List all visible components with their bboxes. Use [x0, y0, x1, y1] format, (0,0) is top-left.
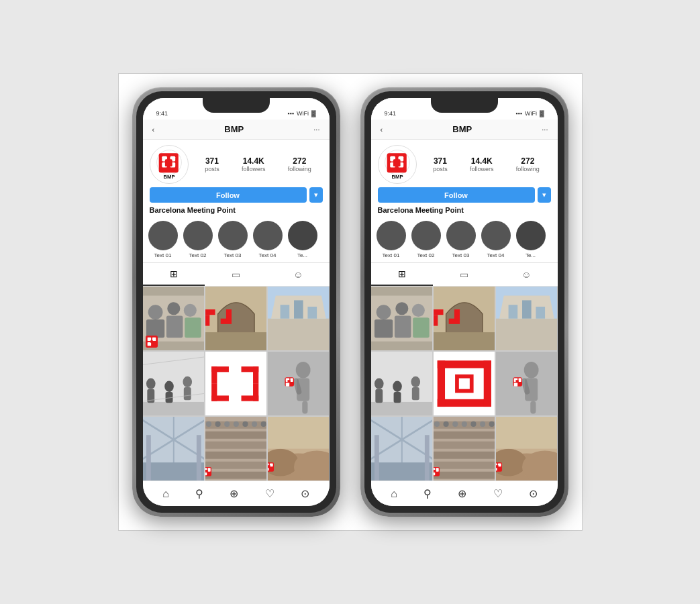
- tab-tagged-right[interactable]: ☺: [495, 263, 558, 286]
- grid-cell-6-left[interactable]: [268, 352, 330, 415]
- avatar-left: BMP: [150, 145, 189, 184]
- menu-icon-right[interactable]: ···: [542, 125, 548, 134]
- svg-point-11: [167, 302, 180, 315]
- phone-shell-left: 9:41 ▪▪▪ WiFi ▓ ‹ BMP ···: [132, 87, 340, 517]
- svg-rect-20: [150, 341, 153, 344]
- svg-rect-163: [434, 461, 495, 468]
- highlight-4-right[interactable]: Text 04: [481, 221, 511, 258]
- search-icon-left[interactable]: ⚲: [195, 487, 203, 500]
- highlight-2-left[interactable]: Text 02: [183, 221, 213, 258]
- svg-rect-50: [253, 383, 258, 401]
- search-icon-right[interactable]: ⚲: [423, 487, 432, 500]
- highlight-circle-5-left: [288, 221, 317, 250]
- svg-rect-185: [496, 467, 497, 470]
- phone-screen-right: 9:41 ▪▪▪ WiFi ▓ ‹ BMP ···: [371, 98, 558, 506]
- follow-dropdown-right[interactable]: ▾: [538, 187, 551, 203]
- highlight-3-left[interactable]: Text 03: [218, 221, 248, 258]
- single-icon-left: ▭: [232, 269, 240, 280]
- highlight-5-left[interactable]: Te...: [288, 221, 317, 258]
- svg-rect-145: [530, 401, 536, 413]
- svg-point-77: [224, 421, 230, 426]
- grid-cell-5-right[interactable]: [434, 352, 495, 415]
- grid-cell-7-left[interactable]: [143, 417, 205, 481]
- svg-rect-73: [205, 461, 267, 468]
- svg-rect-103: [393, 159, 400, 166]
- tab-tagged-left[interactable]: ☺: [267, 263, 330, 286]
- highlight-1-left[interactable]: Text 01: [148, 221, 178, 258]
- highlight-3-right[interactable]: Text 03: [446, 221, 476, 258]
- grid-cell-2-left[interactable]: [205, 287, 267, 350]
- stat-followers-right: 14.4K followers: [470, 156, 494, 172]
- tab-bar-right: ⊞ ▭ ☺: [371, 263, 558, 287]
- profile-icon-left[interactable]: ⊙: [301, 487, 309, 500]
- heart-icon-left[interactable]: ♡: [265, 487, 274, 500]
- highlight-1-right[interactable]: Text 01: [377, 221, 406, 258]
- big-logo-left: [208, 355, 264, 413]
- grid-cell-7-right[interactable]: [371, 417, 433, 481]
- svg-rect-58: [290, 378, 293, 381]
- follow-dropdown-left[interactable]: ▾: [309, 187, 323, 203]
- svg-rect-95: [268, 467, 269, 470]
- tab-grid-right[interactable]: ⊞: [371, 263, 434, 286]
- nav-title-right: BMP: [452, 124, 472, 134]
- grid-cell-2-right[interactable]: [434, 287, 495, 350]
- svg-point-165: [434, 421, 440, 426]
- phone-inner-left: 9:41 ▪▪▪ WiFi ▓ ‹ BMP ···: [136, 91, 336, 513]
- tab-single-right[interactable]: ▭: [433, 263, 495, 286]
- tab-single-left[interactable]: ▭: [205, 263, 267, 286]
- grid-cell-9-right[interactable]: [496, 417, 558, 481]
- grid-cell-8-left[interactable]: [205, 417, 267, 481]
- back-icon-right[interactable]: ‹: [381, 125, 383, 134]
- follow-button-left[interactable]: Follow: [150, 187, 307, 203]
- svg-rect-74: [205, 471, 267, 479]
- grid-cell-5-left[interactable]: [205, 352, 267, 415]
- highlight-circle-3-left: [218, 221, 248, 250]
- grid-cell-4-left[interactable]: [143, 352, 205, 415]
- profile-name-right: Barcelona Meeting Point: [378, 206, 551, 214]
- notch-left: [203, 98, 270, 113]
- highlight-circle-2-right: [411, 221, 441, 250]
- grid-cell-1-right[interactable]: [371, 287, 433, 350]
- svg-rect-112: [413, 317, 430, 338]
- svg-rect-72: [205, 451, 267, 458]
- stat-posts-left: 371 posts: [205, 156, 219, 172]
- highlight-4-left[interactable]: Text 04: [253, 221, 283, 258]
- tab-grid-left[interactable]: ⊞: [143, 263, 205, 286]
- follow-button-right[interactable]: Follow: [378, 187, 535, 203]
- svg-point-52: [296, 362, 311, 379]
- grid-cell-9-left[interactable]: [268, 417, 330, 481]
- grid-cell-4-right[interactable]: [371, 352, 433, 415]
- grid-cell-8-right[interactable]: [434, 417, 495, 481]
- grid-cell-1-left[interactable]: [143, 287, 205, 350]
- svg-point-128: [393, 381, 402, 391]
- single-icon-right: ▭: [460, 269, 468, 280]
- tab-bar-left: ⊞ ▭ ☺: [143, 263, 330, 287]
- menu-icon-left[interactable]: ···: [313, 125, 319, 134]
- svg-rect-71: [205, 441, 267, 448]
- follow-row-right: Follow ▾: [378, 187, 551, 203]
- svg-rect-70: [205, 431, 267, 438]
- svg-rect-123: [536, 307, 545, 319]
- heart-icon-right[interactable]: ♡: [493, 487, 503, 500]
- highlight-2-right[interactable]: Text 02: [411, 221, 441, 258]
- svg-point-38: [183, 376, 192, 387]
- add-icon-left[interactable]: ⊕: [230, 487, 238, 500]
- grid-cell-6-right[interactable]: [496, 352, 558, 415]
- home-icon-left[interactable]: ⌂: [162, 488, 169, 500]
- home-icon-right[interactable]: ⌂: [391, 488, 397, 500]
- svg-rect-157: [424, 435, 429, 481]
- svg-point-81: [260, 421, 266, 426]
- svg-point-10: [148, 305, 162, 319]
- svg-rect-46: [253, 366, 258, 384]
- add-icon-right[interactable]: ⊕: [458, 487, 466, 500]
- profile-top-right: BMP 371 posts 14.4K followers: [378, 145, 551, 184]
- svg-point-80: [252, 421, 257, 426]
- svg-point-76: [215, 421, 220, 426]
- grid-cell-3-right[interactable]: [496, 287, 558, 350]
- profile-icon-right[interactable]: ⊙: [529, 487, 538, 500]
- svg-rect-160: [434, 431, 495, 438]
- highlight-5-right[interactable]: Te...: [516, 221, 546, 258]
- grid-cell-3-left[interactable]: [268, 287, 330, 350]
- svg-point-169: [470, 421, 476, 426]
- back-icon-left[interactable]: ‹: [152, 125, 155, 134]
